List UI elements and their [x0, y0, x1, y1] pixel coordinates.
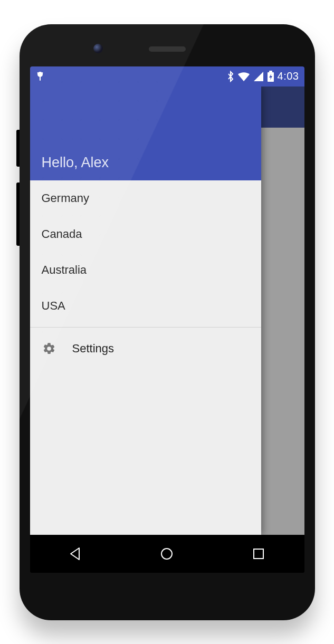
navigation-drawer: Hello, Alex Germany Canada Australia [30, 86, 261, 535]
drawer-header: Hello, Alex [30, 86, 261, 180]
bluetooth-icon [227, 71, 234, 82]
nav-home-button[interactable] [146, 541, 188, 566]
drawer-item-label: Canada [42, 227, 82, 241]
status-bar: 4:03 [30, 66, 304, 86]
phone-side-button [16, 130, 20, 167]
gear-icon [42, 342, 56, 355]
app-content: Hello, Alex Germany Canada Australia [30, 86, 304, 535]
svg-rect-7 [254, 549, 263, 559]
phone-side-button [16, 182, 20, 246]
phone-frame: 4:03 Hello, Alex Germany Canada [20, 24, 315, 620]
drawer-item-germany[interactable]: Germany [30, 180, 261, 216]
drawer-item-label: USA [42, 299, 65, 313]
drawer-item-usa[interactable]: USA [30, 288, 261, 324]
phone-camera [93, 44, 103, 53]
drawer-divider [30, 327, 261, 328]
drawer-item-australia[interactable]: Australia [30, 252, 261, 288]
svg-rect-1 [40, 76, 41, 81]
drawer-header-greeting: Hello, Alex [42, 155, 109, 171]
svg-point-6 [161, 549, 172, 559]
wifi-icon [237, 71, 250, 82]
drawer-item-label: Settings [72, 342, 114, 355]
nav-recents-button[interactable] [237, 541, 280, 566]
drawer-item-label: Germany [42, 191, 89, 205]
phone-speaker [149, 46, 186, 52]
nav-back-button[interactable] [54, 541, 97, 566]
debug-icon [35, 71, 45, 82]
drawer-list: Germany Canada Australia USA [30, 180, 261, 367]
svg-rect-5 [269, 71, 272, 72]
screen: 4:03 Hello, Alex Germany Canada [30, 66, 304, 573]
drawer-item-label: Australia [42, 263, 87, 277]
drawer-item-canada[interactable]: Canada [30, 216, 261, 252]
status-bar-clock: 4:03 [278, 70, 299, 82]
drawer-item-settings[interactable]: Settings [30, 331, 261, 367]
battery-charging-icon [267, 71, 274, 82]
svg-point-0 [37, 72, 43, 77]
android-nav-bar [30, 535, 304, 573]
cell-signal-icon [253, 71, 264, 82]
